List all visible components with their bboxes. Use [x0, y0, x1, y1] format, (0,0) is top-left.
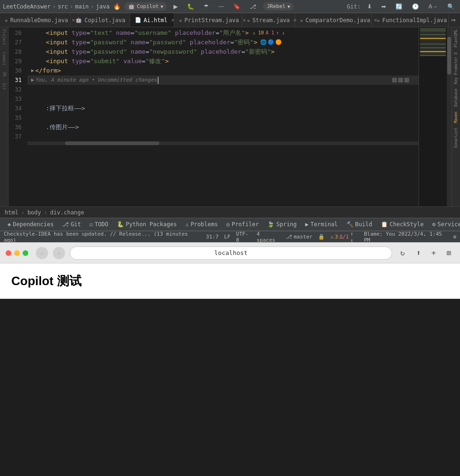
- top-toolbar: LeetCodeAnswer › src › main › java 🔥 🤖 C…: [0, 0, 460, 13]
- plantuml-icon[interactable]: PlantUML: [454, 29, 458, 48]
- bc-html[interactable]: html: [5, 209, 18, 216]
- tool-services[interactable]: ⚙ Services: [428, 220, 460, 229]
- more-button[interactable]: ⋯: [215, 2, 227, 11]
- tool-todo[interactable]: ☑ TODO: [86, 220, 112, 229]
- tool-git[interactable]: ⎇ Git: [58, 220, 85, 229]
- close-window-button[interactable]: [6, 250, 11, 256]
- code-line-36: .传图片——>: [27, 123, 419, 132]
- chevron-down-icon2: ▼: [288, 4, 290, 9]
- indentation[interactable]: 4 spaces: [257, 231, 281, 243]
- tool-spring[interactable]: 🍃 Spring: [263, 220, 300, 229]
- minimize-window-button[interactable]: [14, 250, 20, 256]
- browser-forward-button[interactable]: ›: [53, 247, 65, 259]
- bookmark-button[interactable]: 🔖: [230, 2, 243, 11]
- coverage-button[interactable]: ☂: [201, 2, 212, 11]
- settings-icon[interactable]: ⚙: [453, 234, 456, 240]
- checkstyle-status-text: Checkstyle-IDEA has been updated. // Rel…: [4, 231, 195, 243]
- code-line-35: [27, 113, 419, 123]
- warnings-count[interactable]: ⚠ 3 Δ/1 ↑ ↓: [330, 231, 358, 243]
- jrebel-pill[interactable]: JRebel ▼: [263, 2, 294, 10]
- encoding[interactable]: UTF-8: [236, 231, 251, 243]
- branch-status[interactable]: ⎇ master: [286, 234, 312, 240]
- warning-icon: ⚠ 10: [253, 28, 264, 38]
- tab-stream[interactable]: ☕ Stream.java ✕: [242, 13, 296, 27]
- bc-root[interactable]: LeetCodeAnswer: [3, 3, 50, 10]
- sonar-icon[interactable]: SonarLint: [454, 128, 458, 148]
- run-button[interactable]: ▶: [171, 2, 181, 11]
- copilot-icon: 🤖: [128, 3, 135, 9]
- search-button[interactable]: 🔍: [444, 2, 457, 11]
- git-label: Git:: [347, 3, 361, 10]
- code-line-29: <input type="submit" value="修改">: [27, 57, 419, 66]
- browser-back-button[interactable]: ‹: [36, 247, 48, 259]
- tool-build[interactable]: 🔨 Build: [343, 220, 376, 229]
- cursor-position[interactable]: 31:7: [206, 234, 219, 240]
- tool-dependencies[interactable]: ◈ Dependencies: [4, 220, 58, 229]
- problems-icon: ⚠: [185, 221, 189, 228]
- bc-main[interactable]: main: [75, 3, 89, 10]
- browser-grid-button[interactable]: ⊞: [443, 247, 454, 259]
- tab-functionalImpl[interactable]: ☕ FunctionalImpl.java ✕: [372, 13, 449, 27]
- tool-profiler[interactable]: ◎ Profiler: [222, 220, 263, 229]
- line-ending[interactable]: LF: [224, 234, 230, 240]
- browser-new-tab-button[interactable]: +: [428, 247, 439, 259]
- vertical-scrollbar[interactable]: [447, 27, 452, 206]
- copilot-label: Copilot: [137, 3, 158, 9]
- project-icon[interactable]: Project: [2, 29, 6, 45]
- translate-button[interactable]: A→: [426, 2, 441, 11]
- maven-icon[interactable]: Maven: [454, 112, 458, 123]
- python-icon: 🐍: [117, 221, 124, 228]
- tab-ai[interactable]: 📄 Ai.html ✕: [130, 13, 174, 27]
- lock-icon: 🔒: [318, 234, 325, 240]
- bc-src[interactable]: src: [58, 3, 68, 10]
- traffic-lights: [6, 250, 28, 256]
- tool-problems[interactable]: ⚠ Problems: [181, 220, 222, 229]
- tab-runnableDemo[interactable]: ☕ RunnableDemo.java ✕: [0, 13, 71, 27]
- copilot-pill[interactable]: 🤖 Copilot ▼: [124, 2, 167, 10]
- java-icon2: ☕: [179, 17, 182, 23]
- code-editor[interactable]: <input type="text" name="username" place…: [27, 27, 419, 206]
- history-button[interactable]: 🕐: [409, 2, 422, 11]
- horizontal-scrollbar[interactable]: [27, 141, 419, 145]
- tool-checkstyle[interactable]: 📋 CheckStyle: [377, 220, 427, 229]
- branch-icon: ⎇: [286, 234, 292, 240]
- bc-body[interactable]: body: [27, 209, 41, 216]
- bc-div[interactable]: div.change: [50, 209, 84, 216]
- chrome-icon-inline: 🔵: [268, 38, 274, 47]
- browser-share-button[interactable]: ⬆: [413, 247, 424, 259]
- git-icon[interactable]: Git: [2, 83, 6, 90]
- java-icon3: ☕: [247, 17, 250, 23]
- jrebel-label: JRebel: [267, 3, 286, 9]
- git-pull-button[interactable]: ⬇: [364, 2, 375, 11]
- database-icon[interactable]: Database: [454, 89, 458, 107]
- code-line-32: [27, 85, 419, 94]
- error-icon: Α 1: [266, 28, 274, 38]
- tabs-more-button[interactable]: ▾: [449, 13, 460, 27]
- code-line-30: ▶</form>: [27, 66, 419, 75]
- checkstyle-status: Checkstyle-IDEA has been updated. // Rel…: [4, 231, 195, 243]
- tool-python[interactable]: 🐍 Python Packages: [113, 220, 181, 229]
- scrollbar-thumb-v[interactable]: [447, 37, 451, 74]
- pull-requests-icon[interactable]: PR: [2, 72, 6, 77]
- browser-right-icons: ⬆ + ⊞: [413, 247, 454, 259]
- tab-comparatorDemo[interactable]: ☕ ComparatorDemo.java ✕: [295, 13, 372, 27]
- browser-refresh-button[interactable]: ↻: [397, 247, 408, 259]
- tab-copilot[interactable]: 🤖 Copilot.java ✕: [71, 13, 130, 27]
- commit-icon[interactable]: Commit: [2, 52, 6, 66]
- terminal-icon: ▶: [305, 221, 309, 228]
- bc-java[interactable]: java: [96, 3, 109, 10]
- editor-breadcrumb: html › body › div.change: [0, 206, 460, 218]
- branch-button[interactable]: ⎇: [247, 2, 259, 11]
- tab-printStream[interactable]: ☕ PrintStream.java ✕: [174, 13, 242, 27]
- browser-address-bar[interactable]: localhost: [70, 246, 392, 260]
- tool-terminal[interactable]: ▶ Terminal: [302, 220, 342, 229]
- maximize-window-button[interactable]: [23, 250, 28, 256]
- browser-content: Copilot 测试: [0, 263, 460, 299]
- git-push-button[interactable]: ➡: [378, 2, 389, 11]
- bug-button[interactable]: 🐛: [184, 2, 197, 11]
- key-promoter-icon[interactable]: Key Promoter X: [454, 52, 458, 84]
- java-icon: ☕: [5, 17, 8, 23]
- scrollbar-thumb-h[interactable]: [65, 141, 159, 145]
- java-icon4: ☕: [300, 17, 303, 23]
- git-update-button[interactable]: 🔄: [393, 2, 405, 11]
